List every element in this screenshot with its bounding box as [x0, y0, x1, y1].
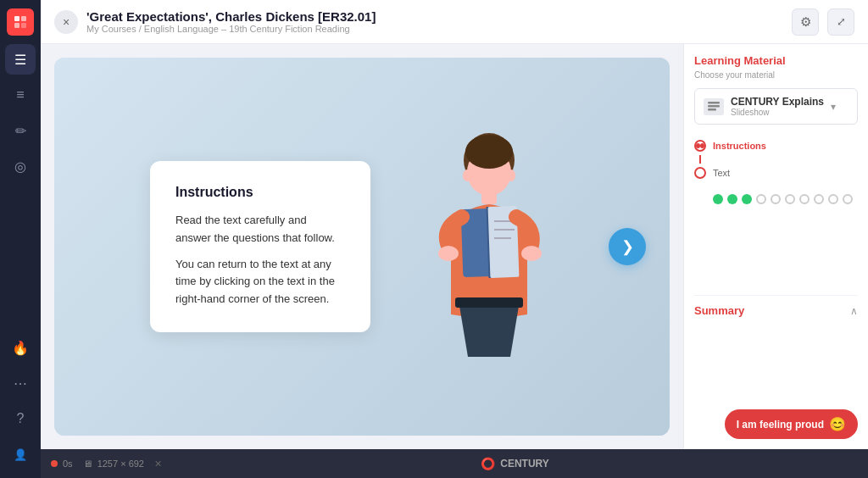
svg-rect-19	[708, 102, 720, 104]
fire-icon: 🔥	[12, 340, 29, 356]
feeling-emoji: 😊	[829, 416, 846, 432]
summary-section: Summary ∧	[694, 295, 858, 317]
footer-timer: 0s	[63, 459, 73, 469]
svg-rect-1	[21, 16, 26, 21]
material-icon	[704, 98, 724, 115]
sidebar-item-menu[interactable]: ≡	[5, 80, 36, 110]
svg-rect-20	[708, 105, 720, 108]
panel-subtitle: Choose your material	[694, 70, 858, 80]
footer-center: ⭕ CENTURY	[172, 457, 858, 470]
instructions-card-title: Instructions	[175, 185, 345, 200]
footer-brand-icon: ⭕	[481, 457, 495, 470]
sidebar-item-edit[interactable]: ✏	[5, 115, 36, 146]
expand-icon: ⤢	[837, 15, 846, 28]
sidebar-item-dots[interactable]: ⋯	[5, 368, 36, 398]
mini-dot-8	[814, 194, 824, 204]
dots-icon: ⋯	[14, 375, 27, 392]
home-icon: ☰	[14, 52, 26, 68]
header-right: ⚙ ⤢	[792, 8, 854, 36]
record-dot	[51, 460, 58, 467]
slide-area: Instructions Read the text carefully and…	[41, 44, 683, 449]
summary-collapse-icon: ∧	[850, 305, 858, 317]
mini-dot-4	[756, 194, 766, 204]
expand-button[interactable]: ⤢	[827, 8, 854, 36]
mini-dot-3	[742, 194, 752, 204]
progress-items: Instructions Text	[694, 136, 858, 182]
slide-container: Instructions Read the text carefully and…	[54, 58, 670, 436]
footer-close-icon: ✕	[154, 459, 162, 470]
settings-icon: ⚙	[800, 14, 811, 30]
main-area: × 'Great Expectations', Charles Dickens …	[41, 0, 868, 478]
breadcrumb: My Courses / English Language – 19th Cen…	[86, 24, 376, 34]
progress-connector	[699, 155, 701, 164]
person-illustration	[404, 128, 574, 365]
sidebar-item-user[interactable]: 👤	[5, 439, 36, 470]
progress-label-instructions: Instructions	[713, 141, 766, 151]
mini-dot-6	[785, 194, 795, 204]
mini-dot-9	[828, 194, 838, 204]
header-left: × 'Great Expectations', Charles Dickens …	[54, 9, 376, 34]
material-info: CENTURY Explains Slideshow	[731, 96, 824, 117]
instructions-paragraph-2: You can return to the text at any time b…	[175, 256, 345, 308]
progress-dots-row	[694, 194, 858, 204]
page-title: 'Great Expectations', Charles Dickens [E…	[86, 9, 376, 24]
progress-dot-text	[694, 167, 706, 179]
right-panel: Learning Material Choose your material C…	[683, 44, 868, 449]
material-type: Slideshow	[731, 108, 824, 117]
material-dropdown[interactable]: CENTURY Explains Slideshow ▾	[694, 88, 858, 125]
progress-label-text: Text	[713, 168, 730, 178]
mini-dot-7	[799, 194, 810, 204]
material-name: CENTURY Explains	[731, 96, 824, 108]
circle-icon: ◎	[14, 158, 26, 175]
dropdown-arrow-icon: ▾	[831, 101, 836, 113]
feeling-area: I am feeling proud 😊	[694, 396, 858, 439]
list-icon: ≡	[16, 87, 24, 103]
footer-record: 0s	[51, 459, 73, 469]
progress-dot-instructions	[694, 140, 706, 152]
sidebar-item-circle[interactable]: ◎	[5, 151, 36, 181]
help-icon: ?	[17, 411, 25, 426]
svg-rect-9	[481, 192, 497, 204]
feeling-button[interactable]: I am feeling proud 😊	[725, 409, 858, 439]
settings-button[interactable]: ⚙	[792, 8, 819, 36]
summary-header[interactable]: Summary ∧	[694, 304, 858, 317]
sidebar-item-fire[interactable]: 🔥	[5, 332, 36, 363]
svg-point-7	[463, 170, 471, 181]
header-title-block: 'Great Expectations', Charles Dickens [E…	[86, 9, 376, 34]
next-button[interactable]: ❯	[609, 228, 646, 265]
svg-point-8	[507, 170, 515, 181]
svg-rect-0	[14, 16, 19, 21]
slide-content: Instructions Read the text carefully and…	[54, 58, 670, 436]
svg-rect-2	[14, 23, 19, 28]
footer-close[interactable]: ✕	[154, 459, 162, 470]
panel-title: Learning Material	[694, 54, 858, 67]
progress-item-text[interactable]: Text	[694, 164, 858, 182]
mini-dot-2	[727, 194, 737, 204]
user-icon: 👤	[14, 448, 27, 461]
mini-dot-10	[843, 194, 853, 204]
instructions-paragraph-1: Read the text carefully and answer the q…	[175, 212, 345, 247]
instructions-card: Instructions Read the text carefully and…	[150, 161, 370, 332]
mini-dot-1	[713, 194, 723, 204]
footer-brand: CENTURY	[500, 458, 549, 470]
svg-point-16	[438, 246, 459, 261]
footer-screen: 🖥 1257 × 692	[83, 459, 144, 469]
progress-item-instructions[interactable]: Instructions	[694, 136, 858, 155]
svg-rect-21	[708, 108, 716, 111]
sidebar-item-home[interactable]: ☰	[5, 44, 36, 75]
svg-point-17	[521, 246, 542, 261]
screen-icon: 🖥	[83, 459, 92, 469]
close-button[interactable]: ×	[54, 10, 78, 34]
next-icon: ❯	[621, 237, 634, 256]
mini-dot-5	[771, 194, 781, 204]
summary-title: Summary	[694, 304, 744, 317]
header: × 'Great Expectations', Charles Dickens …	[41, 0, 868, 44]
feeling-label: I am feeling proud	[737, 419, 824, 431]
sidebar-item-help[interactable]: ?	[5, 403, 36, 434]
svg-point-6	[465, 135, 513, 169]
footer-bar: 0s 🖥 1257 × 692 ✕ ⭕ CENTURY	[41, 449, 868, 478]
content-row: Instructions Read the text carefully and…	[41, 44, 868, 449]
svg-rect-3	[21, 23, 26, 28]
edit-icon: ✏	[15, 123, 26, 139]
sidebar-logo[interactable]	[7, 8, 34, 36]
